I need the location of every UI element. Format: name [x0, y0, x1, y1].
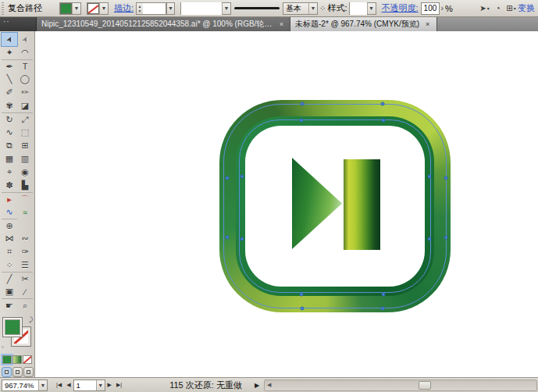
tool-button[interactable]: ≈ — [17, 205, 33, 219]
next-artboard-button[interactable]: ▶ — [105, 382, 114, 388]
tool-button[interactable]: ⧉ — [2, 139, 17, 152]
tool-button[interactable]: ☰ — [17, 258, 33, 272]
stroke-width-stepper[interactable]: ▲ ▼ — [136, 2, 143, 15]
opacity-input[interactable]: 100 — [421, 2, 440, 15]
brush-definition-select[interactable]: 基本 ▼ — [283, 2, 318, 15]
fill-color-swatch[interactable]: ▼ — [59, 2, 81, 15]
tool-button[interactable]: ▥ — [17, 152, 33, 166]
tool-button[interactable]: ⤢ — [17, 112, 33, 126]
anchor-point[interactable] — [240, 175, 244, 179]
tool-button[interactable]: ➤ — [17, 33, 33, 46]
brush-options-icon[interactable]: ⁘ — [318, 4, 327, 12]
artwork-skip-bar[interactable] — [344, 159, 380, 250]
anchor-point[interactable] — [428, 175, 432, 179]
anchor-point[interactable] — [381, 307, 385, 311]
tool-button[interactable]: ✏ — [17, 86, 33, 99]
anchor-point[interactable] — [300, 293, 304, 297]
recolor-artwork-icon[interactable]: ◔ — [491, 2, 504, 15]
tool-button[interactable]: ⁘ — [2, 258, 17, 272]
align-options-icon[interactable]: ⊞▾ — [504, 2, 518, 15]
tool-button[interactable]: ▸ — [2, 192, 17, 205]
tool-button[interactable]: ✽ — [2, 179, 17, 192]
chevron-down-icon[interactable]: ▼ — [367, 3, 376, 14]
stroke-panel-link[interactable]: 描边: — [114, 2, 134, 14]
anchor-point[interactable] — [226, 236, 230, 240]
none-mode-button[interactable] — [23, 355, 32, 364]
tool-button[interactable]: ∾ — [17, 232, 33, 245]
tool-button[interactable]: ▙ — [17, 179, 33, 192]
tool-button[interactable]: ▣ — [2, 285, 17, 298]
stroke-color-swatch[interactable]: ▼ — [87, 2, 109, 15]
draw-behind-button[interactable] — [12, 367, 23, 377]
tool-button[interactable]: ∿ — [2, 205, 17, 219]
draw-inside-button[interactable] — [23, 367, 34, 377]
artboard-number-select[interactable]: 1 ▼ — [73, 380, 105, 391]
tool-button[interactable]: ⬚ — [17, 126, 33, 139]
tool-button[interactable]: T — [17, 59, 33, 73]
anchor-point[interactable] — [240, 237, 244, 241]
tool-button[interactable]: ⌖ — [2, 166, 17, 179]
status-flyout-arrow[interactable]: ▶ — [255, 382, 259, 389]
swap-fill-stroke-icon[interactable]: ⤸ — [29, 316, 33, 324]
anchor-point[interactable] — [301, 102, 305, 106]
artboard-canvas[interactable] — [35, 31, 538, 377]
tool-button[interactable]: ╱ — [2, 272, 17, 285]
last-artboard-button[interactable]: ▶| — [114, 382, 124, 388]
first-artboard-button[interactable]: |◀ — [54, 382, 64, 388]
tool-button[interactable]: ⌕ — [17, 298, 33, 312]
anchor-point[interactable] — [428, 237, 432, 241]
tool-button[interactable]: ✒ — [2, 59, 17, 73]
opacity-popup-arrow[interactable]: › — [440, 4, 445, 12]
chevron-down-icon[interactable]: ▼ — [38, 380, 47, 390]
tool-button[interactable]: ✑ — [17, 245, 33, 258]
tool-button[interactable]: ╲ — [2, 73, 17, 86]
tool-button[interactable]: ✐ — [2, 86, 17, 99]
chevron-down-icon[interactable]: ▼ — [99, 3, 108, 14]
chevron-down-icon[interactable]: ▼ — [72, 3, 80, 14]
tool-button[interactable]: ⋈ — [2, 232, 17, 245]
width-profile-select[interactable]: ▼ — [180, 2, 231, 15]
fill-swatch[interactable] — [3, 318, 22, 337]
anchor-point[interactable] — [444, 236, 448, 240]
tool-button[interactable]: ✾ — [2, 99, 17, 112]
chevron-down-icon[interactable]: ▼ — [222, 3, 230, 14]
horizontal-scrollbar[interactable]: ◀ — [264, 380, 537, 391]
tool-button[interactable]: ∕ — [17, 285, 33, 298]
default-fill-stroke-icon[interactable]: ▫ — [2, 344, 4, 351]
gradient-mode-button[interactable] — [12, 355, 22, 364]
anchor-point[interactable] — [444, 176, 448, 180]
document-tab-2[interactable]: 未标题-2* @ 967.74% (CMYK/预览) × — [290, 17, 437, 31]
anchor-point[interactable] — [226, 176, 230, 180]
tool-button[interactable]: ✦ — [2, 46, 17, 59]
tool-button[interactable]: ↻ — [2, 112, 17, 126]
anchor-point[interactable] — [382, 119, 386, 123]
stroke-width-input[interactable] — [143, 2, 166, 15]
tool-button[interactable]: ✂ — [17, 272, 33, 285]
select-similar-objects-icon[interactable]: ➤▾ — [478, 2, 491, 15]
tool-button[interactable]: ◉ — [17, 166, 33, 179]
tool-button[interactable]: ⊕ — [2, 219, 17, 232]
tool-button[interactable]: ▦ — [2, 152, 17, 166]
anchor-point[interactable] — [300, 119, 304, 123]
tool-button[interactable]: ◪ — [17, 99, 33, 112]
tool-button[interactable]: ⌒ — [17, 192, 33, 205]
style-select[interactable]: ▼ — [349, 2, 376, 15]
anchor-point[interactable] — [301, 307, 305, 311]
tool-button[interactable]: ◠ — [17, 46, 33, 59]
tool-button[interactable]: ☛ — [2, 298, 17, 312]
zoom-level-select[interactable]: 967.74% ▼ — [2, 380, 48, 391]
opacity-panel-link[interactable]: 不透明度: — [382, 2, 419, 14]
chevron-down-icon[interactable]: ▼ — [308, 3, 317, 14]
panel-grip[interactable] — [2, 2, 4, 15]
anchor-point[interactable] — [381, 102, 385, 106]
tool-button[interactable]: ⊞ — [17, 139, 33, 152]
document-tab-1[interactable]: Nipic_12310549_20140512125852044358.ai* … — [37, 17, 290, 31]
tool-button[interactable]: ⌗ — [2, 245, 17, 258]
tool-button[interactable]: ∿ — [2, 126, 17, 139]
tool-button[interactable]: ◯ — [17, 73, 33, 86]
prev-artboard-button[interactable]: ◀ — [64, 382, 73, 388]
chevron-down-icon[interactable]: ▼ — [166, 2, 175, 15]
tool-button[interactable]: ➤ — [2, 33, 17, 46]
close-icon[interactable]: × — [278, 20, 285, 29]
transform-link[interactable]: 变换 — [518, 2, 535, 14]
